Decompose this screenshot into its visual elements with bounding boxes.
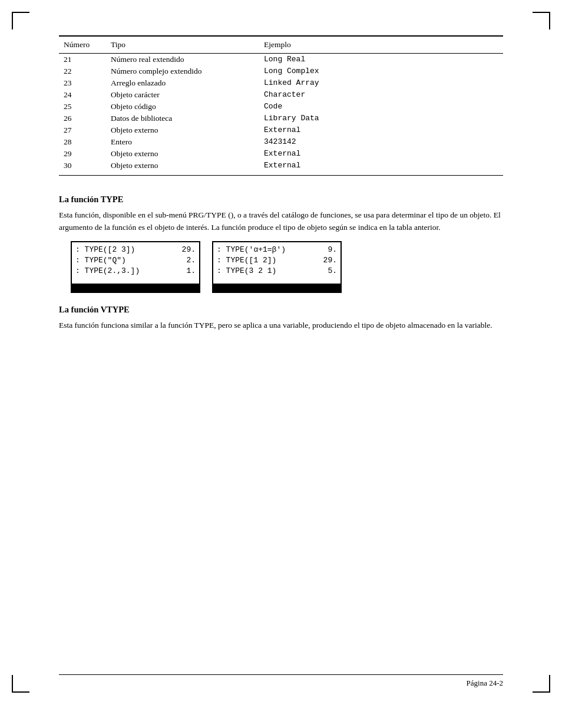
cell-ejemplo-9: External [259, 160, 503, 176]
cell-ejemplo-2: Linked Array [259, 77, 503, 89]
cell-numero-1: 22 [59, 65, 106, 77]
table-row: 21Número real extendidoLong Real [59, 54, 503, 66]
calc-right-3-expr: : TYPE(3 2 1) [217, 266, 319, 276]
col-header-numero: Número [59, 36, 106, 54]
calc-screen-left: : TYPE([2 3]) 29. : TYPE("Q") 2. : TYPE(… [71, 241, 200, 293]
cell-ejemplo-0: Long Real [259, 54, 503, 66]
table-row: 26Datos de bibliotecaLibrary Data [59, 113, 503, 124]
calc-right-3-result: 5. [319, 266, 337, 276]
page-footer: Página 24-2 [59, 674, 503, 688]
cell-numero-4: 25 [59, 101, 106, 113]
cell-tipo-9: Objeto externo [106, 160, 259, 176]
calc-left-3-expr: : TYPE(2.,3.]) [75, 266, 178, 276]
calc-menubar-right [213, 284, 340, 292]
cell-tipo-4: Objeto código [106, 101, 259, 113]
table-row: 30Objeto externoExternal [59, 160, 503, 176]
cell-ejemplo-5: Library Data [259, 113, 503, 124]
table-row: 24Objeto carácterCharacter [59, 89, 503, 101]
table-row: 25Objeto códigoCode [59, 101, 503, 113]
cell-ejemplo-4: Code [259, 101, 503, 113]
table-footer-line [59, 176, 503, 181]
col-header-ejemplo: Ejemplo [259, 36, 503, 54]
page-container: Número Tipo Ejemplo 21Número real extend… [0, 0, 562, 728]
cell-ejemplo-3: Character [259, 89, 503, 101]
calc-row-left-2: : TYPE("Q") 2. [75, 255, 196, 266]
calc-right-2-result: 29. [319, 255, 337, 266]
cell-ejemplo-1: Long Complex [259, 65, 503, 77]
calc-screen-right-content: : TYPE('α+1=β') 9. : TYPE([1 2]) 29. : T… [213, 242, 340, 284]
section-type-heading: La función TYPE [59, 195, 503, 205]
corner-mark-tl [12, 12, 29, 29]
col-header-tipo: Tipo [106, 36, 259, 54]
cell-numero-9: 30 [59, 160, 106, 176]
cell-ejemplo-6: External [259, 124, 503, 136]
section-vtype-heading: La función VTYPE [59, 305, 503, 315]
cell-ejemplo-8: External [259, 148, 503, 160]
cell-numero-0: 21 [59, 54, 106, 66]
section-type-body: Esta función, disponible en el sub-menú … [59, 209, 503, 234]
cell-tipo-1: Número complejo extendido [106, 65, 259, 77]
table-row: 28Entero3423142 [59, 136, 503, 148]
cell-tipo-6: Objeto externo [106, 124, 259, 136]
page-number: Página 24-2 [467, 678, 503, 688]
table-row: 22Número complejo extendidoLong Complex [59, 65, 503, 77]
calc-left-3-result: 1. [178, 266, 196, 276]
calc-row-left-3: : TYPE(2.,3.]) 1. [75, 266, 196, 276]
table-row: 23Arreglo enlazadoLinked Array [59, 77, 503, 89]
cell-tipo-0: Número real extendido [106, 54, 259, 66]
calc-screen-left-content: : TYPE([2 3]) 29. : TYPE("Q") 2. : TYPE(… [72, 242, 199, 284]
corner-mark-br [533, 675, 550, 693]
table-section: Número Tipo Ejemplo 21Número real extend… [59, 35, 503, 180]
calc-right-1-expr: : TYPE('α+1=β') [217, 245, 319, 255]
cell-numero-5: 26 [59, 113, 106, 124]
table-row: 27Objeto externoExternal [59, 124, 503, 136]
calc-left-2-result: 2. [178, 255, 196, 266]
cell-numero-2: 23 [59, 77, 106, 89]
section-vtype: La función VTYPE Esta función funciona s… [59, 305, 503, 332]
calc-screen-right: : TYPE('α+1=β') 9. : TYPE([1 2]) 29. : T… [212, 241, 342, 293]
calc-screenshots: : TYPE([2 3]) 29. : TYPE("Q") 2. : TYPE(… [71, 241, 503, 293]
cell-numero-3: 24 [59, 89, 106, 101]
section-type: La función TYPE Esta función, disponible… [59, 195, 503, 293]
cell-tipo-8: Objeto externo [106, 148, 259, 160]
cell-tipo-3: Objeto carácter [106, 89, 259, 101]
cell-tipo-2: Arreglo enlazado [106, 77, 259, 89]
cell-numero-6: 27 [59, 124, 106, 136]
calc-left-1-expr: : TYPE([2 3]) [75, 245, 178, 255]
corner-mark-bl [12, 675, 29, 693]
cell-ejemplo-7: 3423142 [259, 136, 503, 148]
section-vtype-body: Esta función funciona similar a la funci… [59, 319, 503, 332]
cell-numero-7: 28 [59, 136, 106, 148]
table-row: 29Objeto externoExternal [59, 148, 503, 160]
calc-row-right-1: : TYPE('α+1=β') 9. [217, 245, 337, 255]
data-table: Número Tipo Ejemplo 21Número real extend… [59, 35, 503, 180]
calc-right-2-expr: : TYPE([1 2]) [217, 255, 319, 266]
calc-right-1-result: 9. [319, 245, 337, 255]
calc-row-right-2: : TYPE([1 2]) 29. [217, 255, 337, 266]
calc-row-left-1: : TYPE([2 3]) 29. [75, 245, 196, 255]
calc-menubar-left [72, 284, 199, 292]
calc-row-right-3: : TYPE(3 2 1) 5. [217, 266, 337, 276]
cell-tipo-5: Datos de biblioteca [106, 113, 259, 124]
calc-left-1-result: 29. [178, 245, 196, 255]
corner-mark-tr [533, 12, 550, 29]
cell-tipo-7: Entero [106, 136, 259, 148]
cell-numero-8: 29 [59, 148, 106, 160]
calc-left-2-expr: : TYPE("Q") [75, 255, 178, 266]
